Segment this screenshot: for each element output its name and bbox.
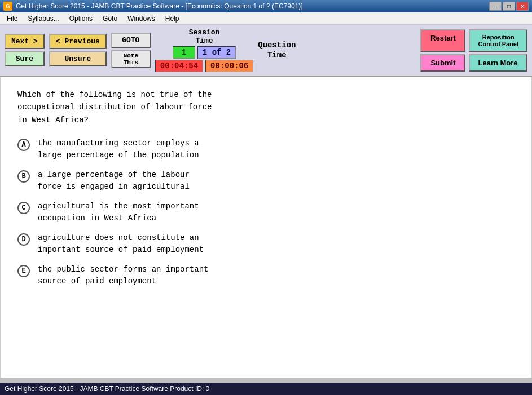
option-row-b[interactable]: Ba large percentage of the labour force … — [17, 169, 515, 193]
restart-button[interactable]: Restart — [420, 29, 465, 52]
option-row-d[interactable]: Dagriculture does not constitute an impo… — [17, 232, 515, 256]
note-button[interactable]: Note This — [111, 50, 151, 68]
window-title: Get Higher Score 2015 - JAMB CBT Practic… — [16, 2, 489, 10]
option-circle-a: A — [17, 139, 30, 151]
session-row: 1 1 of 2 — [173, 46, 236, 59]
options-container: Athe manufacturing sector employs a larg… — [17, 137, 515, 287]
close-button[interactable]: ✕ — [516, 2, 529, 11]
status-bar: Get Higher Score 2015 - JAMB CBT Practic… — [0, 383, 532, 395]
menu-file[interactable]: File — [2, 14, 22, 24]
window-controls[interactable]: – □ ✕ — [489, 2, 529, 11]
reposition-button[interactable]: Reposition Control Panel — [469, 29, 527, 52]
action-row-2: Submit Learn More — [420, 54, 527, 72]
option-row-a[interactable]: Athe manufacturing sector employs a larg… — [17, 137, 515, 161]
question-text: Which of the following is not true of th… — [17, 88, 515, 126]
app-icon: G — [3, 2, 12, 11]
action-row-1: Restart Reposition Control Panel — [420, 29, 527, 52]
option-text-d: agriculture does not constitute an impor… — [38, 232, 515, 256]
option-circle-e: E — [17, 265, 30, 277]
title-bar: G Get Higher Score 2015 - JAMB CBT Pract… — [0, 0, 532, 12]
goto-button[interactable]: GOTO — [111, 33, 151, 48]
option-circle-c: C — [17, 202, 30, 214]
question-time-label: Question Time — [258, 40, 296, 60]
submit-button[interactable]: Submit — [420, 54, 465, 72]
question-time: 00:00:06 — [205, 60, 253, 72]
time-row: 00:04:54 00:00:06 — [155, 60, 253, 72]
session-of: 1 of 2 — [197, 46, 236, 59]
next-button[interactable]: Next > — [5, 34, 45, 49]
learn-more-button[interactable]: Learn More — [469, 54, 526, 72]
session-time: 00:04:54 — [155, 60, 203, 72]
prev-group: < Previous Unsure — [49, 34, 107, 66]
option-row-e[interactable]: Ethe public sector forms an important so… — [17, 264, 515, 287]
unsure-button[interactable]: Unsure — [49, 51, 107, 66]
main-content: Which of the following is not true of th… — [0, 77, 532, 378]
option-text-e: the public sector forms an important sou… — [38, 264, 515, 287]
option-text-a: the manufacturing sector employs a large… — [38, 137, 515, 161]
action-buttons: Restart Reposition Control Panel Submit … — [420, 29, 527, 72]
goto-group: GOTO Note This — [111, 33, 151, 68]
menu-bar: File Syllabus... Options Goto Windows He… — [0, 12, 532, 25]
option-row-c[interactable]: Cagricultural is the most important occu… — [17, 201, 515, 224]
status-text: Get Higher Score 2015 - JAMB CBT Practic… — [5, 385, 209, 393]
option-text-c: agricultural is the most important occup… — [38, 201, 515, 224]
menu-help[interactable]: Help — [161, 14, 184, 24]
option-circle-b: B — [17, 170, 30, 183]
previous-button[interactable]: < Previous — [49, 34, 107, 49]
menu-syllabus[interactable]: Syllabus... — [23, 14, 63, 24]
menu-goto[interactable]: Goto — [98, 14, 122, 24]
toolbar: Next > Sure < Previous Unsure GOTO Note … — [0, 25, 532, 77]
session-block: Session Time 1 1 of 2 00:04:54 00:00:06 — [155, 28, 253, 72]
option-circle-d: D — [17, 233, 30, 246]
maximize-button[interactable]: □ — [503, 2, 515, 11]
option-text-b: a large percentage of the labour force i… — [38, 169, 515, 193]
menu-options[interactable]: Options — [65, 14, 97, 24]
session-label: Session Time — [189, 28, 220, 45]
sure-button[interactable]: Sure — [5, 51, 45, 66]
nav-group: Next > Sure — [5, 34, 45, 66]
menu-windows[interactable]: Windows — [123, 14, 160, 24]
minimize-button[interactable]: – — [489, 2, 502, 11]
session-number: 1 — [173, 46, 195, 59]
